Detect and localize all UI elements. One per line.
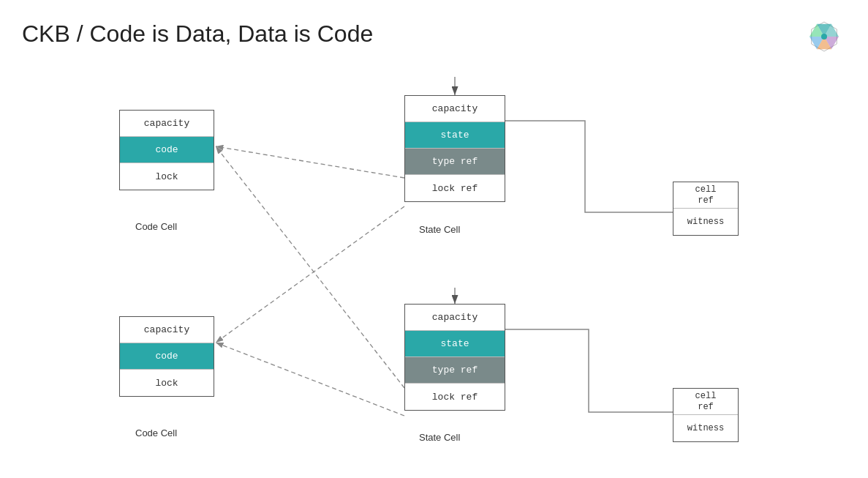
svg-point-7 (821, 34, 827, 40)
lock-ref-row-bottom: lock ref (405, 384, 505, 410)
state-cell-bottom-label: State Cell (419, 432, 460, 443)
cell-ref-row-bottom: cellref (673, 389, 738, 415)
page-title: CKB / Code is Data, Data is Code (22, 20, 373, 48)
state-row-top: state (405, 122, 505, 149)
lock-row-top: lock (120, 163, 214, 190)
capacity-row-top-state: capacity (405, 96, 505, 122)
capacity-row-bottom-state: capacity (405, 305, 505, 331)
logo-icon (802, 15, 846, 59)
state-cell-top: capacity state type ref lock ref (404, 95, 505, 202)
lock-row-bottom: lock (120, 370, 214, 396)
witness-top: cellref witness (673, 182, 739, 236)
type-ref-row-bottom: type ref (405, 357, 505, 384)
code-cell-top: capacity code lock (119, 110, 214, 190)
witness-bottom: cellref witness (673, 388, 739, 442)
svg-line-14 (216, 146, 404, 388)
code-row-top: code (120, 137, 214, 163)
state-cell-bottom: capacity state type ref lock ref (404, 304, 505, 411)
code-cell-bottom: capacity code lock (119, 316, 214, 397)
code-cell-bottom-label: Code Cell (135, 427, 177, 438)
witness-row-top: witness (673, 209, 738, 235)
cell-ref-row-top: cellref (673, 182, 738, 209)
witness-row-bottom: witness (673, 415, 738, 441)
capacity-row-top-code: capacity (120, 111, 214, 137)
code-cell-top-label: Code Cell (135, 221, 177, 232)
type-ref-row-top: type ref (405, 149, 505, 175)
lock-ref-row-top: lock ref (405, 175, 505, 201)
state-row-bottom: state (405, 331, 505, 357)
capacity-row-bottom-code: capacity (120, 317, 214, 343)
svg-line-15 (216, 343, 404, 416)
svg-line-13 (216, 206, 404, 343)
state-cell-top-label: State Cell (419, 224, 460, 235)
svg-line-12 (216, 146, 404, 178)
code-row-bottom: code (120, 343, 214, 370)
